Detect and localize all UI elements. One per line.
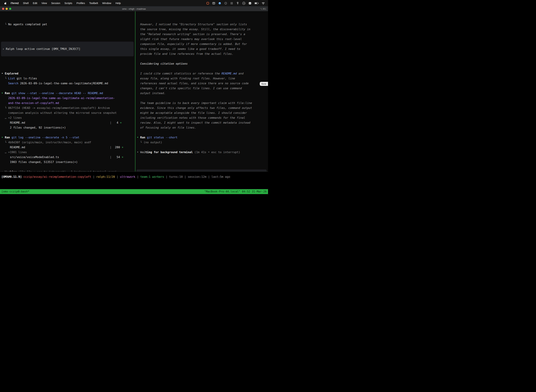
terminal-line bbox=[137, 145, 268, 150]
ralph-loop-banner-text: › Ralph loop active continue [OMX_TMUX_I… bbox=[2, 47, 80, 51]
terminal: └ No agents completed yet › Ralph loop a… bbox=[0, 11, 268, 172]
terminal-line: … +1901 lines bbox=[1, 150, 135, 155]
menu-toolbelt[interactable]: Toolbelt bbox=[87, 2, 100, 5]
terminal-line bbox=[137, 96, 268, 101]
swirl-icon[interactable] bbox=[218, 2, 221, 5]
terminal-line: evidence. Since this change only affects… bbox=[137, 106, 268, 111]
dots-grid-icon[interactable] bbox=[230, 2, 233, 5]
terminal-line: and-the-erosion-of-copyleft.md bbox=[1, 101, 135, 106]
left-scrollback: └ No agents completed yet bbox=[1, 22, 135, 32]
window-controls bbox=[0, 8, 11, 10]
menubar-status-icons: .61 A bbox=[206, 2, 265, 5]
terminal-line: However, I noticed the "Directory Struct… bbox=[137, 22, 268, 27]
terminal-line: essay file, along with finding root file… bbox=[137, 76, 268, 81]
left-agent-log: • Explored └ List git ls-files Search 20… bbox=[1, 66, 135, 171]
terminal-line: └ (no output) bbox=[137, 140, 268, 145]
record-stop-icon[interactable] bbox=[206, 2, 209, 5]
battery-gauge-icon[interactable]: .61 bbox=[242, 2, 245, 5]
menu-scripts[interactable]: Scripts bbox=[62, 2, 74, 5]
terminal-line: of focusing solely on file lines. bbox=[137, 125, 268, 130]
terminal-line: output instead. bbox=[137, 91, 268, 96]
terminal-line bbox=[137, 155, 268, 160]
menu-view[interactable]: View bbox=[39, 2, 49, 5]
left-pane: └ No agents completed yet › Ralph loop a… bbox=[0, 11, 135, 171]
battery-icon[interactable] bbox=[254, 2, 259, 5]
terminal-line: 1903 files changed, 513517 insertions(+) bbox=[1, 160, 135, 165]
terminal-line: src/voice/voiceModeEnabled.ts | 54 + bbox=[1, 155, 135, 160]
terminal-line: slight risk that future readers may over… bbox=[137, 37, 268, 42]
terminal-line: • Ran git status --short bbox=[137, 135, 268, 140]
window-shortcut-badge: ⌥⌘1 bbox=[260, 8, 266, 10]
menu-shell[interactable]: Shell bbox=[21, 2, 31, 5]
grid-icon[interactable] bbox=[212, 2, 215, 5]
terminal-line bbox=[137, 66, 268, 71]
menu-session[interactable]: Session bbox=[49, 2, 62, 5]
key-icon[interactable] bbox=[236, 2, 239, 5]
screen: iTerm2 Shell Edit View Session Scripts P… bbox=[0, 0, 268, 196]
terminal-line: changes, I can't cite specific file line… bbox=[137, 86, 268, 91]
terminal-line: › Ralph loop active continue [OMX_TMUX_I… bbox=[2, 47, 80, 51]
terminal-line bbox=[1, 165, 135, 169]
svg-text:.61: .61 bbox=[243, 3, 245, 4]
zoom-button[interactable] bbox=[9, 8, 11, 10]
terminal-line: └ List git ls-files bbox=[1, 76, 135, 81]
terminal-line bbox=[1, 66, 135, 71]
terminal-line: README.md | 4 + bbox=[1, 120, 135, 125]
right-pane: However, I noticed the "Directory Struct… bbox=[135, 11, 268, 171]
tmux-host-time: "MacBook-Pro-44.local" 04:52 31-Mar-26 bbox=[204, 190, 267, 193]
terminal-line: • Ran git show --stat --oneline --decora… bbox=[1, 91, 135, 96]
terminal-line: Considering citation options bbox=[137, 61, 268, 66]
wifi-icon[interactable] bbox=[262, 2, 265, 5]
terminal-line: might be acceptable alongside the file l… bbox=[137, 111, 268, 115]
menu-help[interactable]: Help bbox=[113, 2, 123, 5]
menu-app-name[interactable]: iTerm2 bbox=[9, 2, 21, 5]
menu-window[interactable]: Window bbox=[100, 2, 113, 5]
ralph-loop-banner: › Ralph loop active continue [OMX_TMUX_I… bbox=[1, 42, 134, 56]
terminal-line: [OMX#0.11.9] cczip/essay/ai-reimplementa… bbox=[1, 174, 267, 179]
terminal-line: references need actual files, and since … bbox=[137, 81, 268, 86]
menu-profiles[interactable]: Profiles bbox=[74, 2, 87, 5]
screen-share-tooltip[interactable]: Scre bbox=[260, 82, 268, 86]
terminal-line: └ 4b9d30f (origin/main, instructkr/main,… bbox=[1, 140, 135, 145]
terminal-line: I could cite commit statistics or refere… bbox=[137, 71, 268, 76]
terminal-line: Search 2026-03-09-is-legal-the-same-as-l… bbox=[1, 81, 135, 86]
window-titlebar[interactable]: omx --xhigh --madmax ⌥⌘1 bbox=[0, 6, 268, 11]
apple-menu[interactable] bbox=[2, 2, 9, 5]
apple-icon bbox=[4, 2, 7, 5]
terminal-line: review. Also, I might want to inspect th… bbox=[137, 120, 268, 125]
terminal-line: • Working (11m 13s • esc to interrupt) ·… bbox=[1, 169, 135, 171]
menubar: iTerm2 Shell Edit View Session Scripts P… bbox=[0, 0, 268, 6]
terminal-line: • Waiting for background terminal (1m 41… bbox=[137, 150, 268, 155]
terminal-line: README.md | 280 + bbox=[1, 145, 135, 150]
omx-status-line: [OMX#0.11.9] cczip/essay/ai-reimplementa… bbox=[0, 172, 268, 189]
window-title: omx --xhigh --madmax bbox=[0, 8, 268, 10]
terminal-line: The team guideline is to back every impo… bbox=[137, 101, 268, 106]
terminal-line bbox=[137, 130, 268, 135]
right-prompt-input[interactable]: › Improve documentation in @filename bbox=[136, 169, 267, 171]
close-button[interactable] bbox=[2, 8, 4, 10]
right-agent-log: However, I noticed the "Directory Struct… bbox=[137, 22, 268, 160]
terminal-line bbox=[1, 86, 135, 91]
tmux-status-bar: [omx-cczip0:bash* "MacBook-Pro-44.local"… bbox=[0, 189, 268, 194]
terminal-line bbox=[137, 56, 268, 61]
terminal-line: including verification notes with those … bbox=[137, 115, 268, 120]
terminal-line: • Ran git log --oneline --decorate -n 5 … bbox=[1, 135, 135, 140]
menu-edit[interactable]: Edit bbox=[31, 2, 39, 5]
sphere-icon[interactable] bbox=[224, 2, 227, 5]
terminal-line: provide file and line references from th… bbox=[137, 51, 268, 56]
terminal-line: └ No agents completed yet bbox=[1, 22, 135, 27]
terminal-line bbox=[1, 130, 135, 135]
input-source-icon[interactable]: A bbox=[249, 2, 251, 5]
terminal-line: the source tree, missing the essay. Stil… bbox=[137, 27, 268, 32]
minimize-button[interactable] bbox=[6, 8, 8, 10]
terminal-line: • Explored bbox=[1, 71, 135, 76]
terminal-line: companion file, especially if more comme… bbox=[137, 42, 268, 47]
terminal-line: 2026-03-09-is-legal-the-same-as-legitima… bbox=[1, 96, 135, 101]
terminal-line: companion analysis without altering the … bbox=[1, 111, 135, 115]
terminal-line: this single essay, it seems like a good … bbox=[137, 47, 268, 51]
screen-bottom-gap bbox=[0, 194, 268, 196]
tmux-session-info: [omx-cczip0:bash* bbox=[1, 190, 29, 193]
terminal-line: … +2 lines bbox=[1, 115, 135, 120]
terminal-line: └ 067f154 (HEAD -> essay/ai-reimplementa… bbox=[1, 106, 135, 111]
svg-text:A: A bbox=[249, 2, 251, 4]
